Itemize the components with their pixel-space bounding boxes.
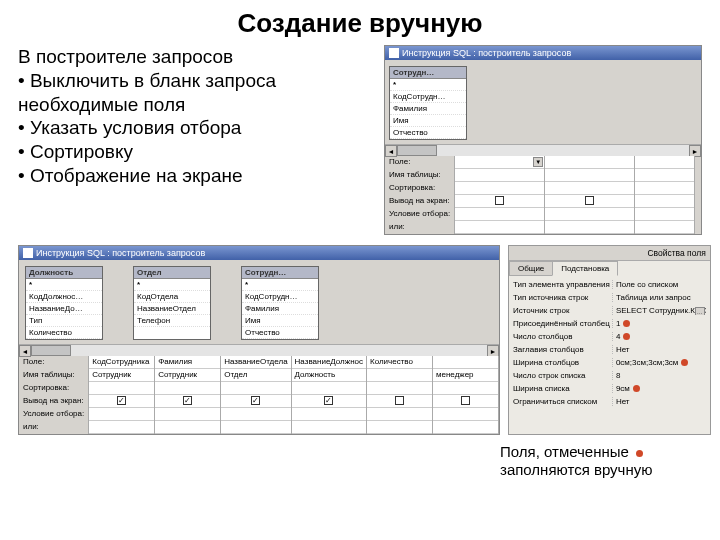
grid-col[interactable]: ▼ [455, 156, 545, 234]
property-row[interactable]: Тип источника строкТаблица или запрос [509, 291, 710, 304]
field[interactable]: НазваниеДо… [26, 303, 102, 315]
field-star[interactable]: * [390, 79, 466, 91]
checkbox[interactable]: ✓ [117, 396, 126, 405]
panel-title: Свойства поля [509, 246, 710, 261]
field[interactable]: Телефон [134, 315, 210, 327]
table-header: Отдел [134, 267, 210, 279]
property-value[interactable]: 4 [612, 332, 706, 341]
property-value[interactable]: 0см;3см;3см;3см [612, 358, 706, 367]
checkbox[interactable] [461, 396, 470, 405]
checkbox[interactable] [585, 196, 594, 205]
titlebar: Инструкция SQL : построитель запросов [19, 246, 499, 260]
property-row[interactable]: Ширина столбцов0см;3см;3см;3см [509, 356, 710, 369]
window-title: Инструкция SQL : построитель запросов [402, 48, 571, 58]
properties-panel: Свойства поля Общие Подстановка Тип элем… [508, 245, 711, 435]
property-name: Тип элемента управления [513, 280, 612, 289]
marker-dot-icon [681, 359, 688, 366]
checkbox[interactable]: ✓ [324, 396, 333, 405]
ellipsis-icon[interactable]: … [695, 307, 705, 315]
property-name: Заглавия столбцов [513, 345, 612, 354]
row-labels: Поле: Имя таблицы: Сортировка: Вывод на … [385, 156, 455, 234]
field[interactable]: КодДолжнос… [26, 291, 102, 303]
field[interactable]: Имя [242, 315, 318, 327]
grid-col[interactable] [635, 156, 695, 234]
h-scrollbar[interactable]: ◄ ► [19, 344, 499, 356]
property-name: Ширина столбцов [513, 358, 612, 367]
field[interactable]: КодСотрудн… [390, 91, 466, 103]
grid-col[interactable]: менеджер [433, 356, 499, 434]
property-value[interactable]: Нет [612, 345, 706, 354]
grid-col[interactable]: НазваниеОтделаОтдел✓ [221, 356, 291, 434]
checkbox[interactable] [495, 196, 504, 205]
property-name: Присоединённый столбец [513, 319, 612, 328]
field[interactable]: * [242, 279, 318, 291]
footer-note: Поля, отмеченные заполняются вручную [500, 435, 720, 479]
property-row[interactable]: Число столбцов4 [509, 330, 710, 343]
table-header: Сотрудн… [242, 267, 318, 279]
property-value[interactable]: Нет [612, 397, 706, 406]
property-row[interactable]: Источник строкSELECT Сотрудник.КодСотруд… [509, 304, 710, 317]
property-row[interactable]: Ограничиться спискомНет [509, 395, 710, 408]
property-value[interactable]: SELECT Сотрудник.КодСотруд…… [612, 306, 706, 315]
marker-dot-icon [623, 320, 630, 327]
field[interactable]: Фамилия [242, 303, 318, 315]
table-box[interactable]: Сотрудн… * КодСотрудн… Фамилия Имя Отчес… [389, 66, 467, 140]
scroll-thumb[interactable] [397, 145, 437, 156]
property-row[interactable]: Заглавия столбцовНет [509, 343, 710, 356]
intro-line: В построителе запросов [18, 45, 378, 69]
grid-col[interactable] [545, 156, 635, 234]
tab-lookup[interactable]: Подстановка [552, 261, 618, 276]
titlebar: Инструкция SQL : построитель запросов [385, 46, 701, 60]
marker-dot-icon [623, 333, 630, 340]
field[interactable]: КодОтдела [134, 291, 210, 303]
bullet-3: • Отображение на экране [18, 164, 378, 188]
table-header: Сотрудн… [390, 67, 466, 79]
app-icon [23, 248, 33, 258]
property-name: Ограничиться списком [513, 397, 612, 406]
property-name: Тип источника строк [513, 293, 612, 302]
scroll-thumb[interactable] [31, 345, 71, 356]
bullet-2: • Сортировку [18, 140, 378, 164]
field[interactable]: НазваниеОтдел [134, 303, 210, 315]
page-title: Создание вручную [0, 0, 720, 45]
property-row[interactable]: Число строк списка8 [509, 369, 710, 382]
table-box[interactable]: Отдел * КодОтдела НазваниеОтдел Телефон [133, 266, 211, 340]
table-box[interactable]: Сотрудн… * КодСотрудн… Фамилия Имя Отчес… [241, 266, 319, 340]
tab-general[interactable]: Общие [509, 261, 553, 276]
intro-text: В построителе запросов • Выключить в бла… [18, 45, 378, 235]
checkbox[interactable]: ✓ [251, 396, 260, 405]
property-value[interactable]: 1 [612, 319, 706, 328]
field[interactable]: КодСотрудн… [242, 291, 318, 303]
grid-col[interactable]: КодСотрудникаСотрудник✓ [89, 356, 155, 434]
field[interactable]: Отчество [390, 127, 466, 139]
field[interactable]: * [26, 279, 102, 291]
checkbox[interactable]: ✓ [183, 396, 192, 405]
bullet-0: • Выключить в бланк запроса необходимые … [18, 69, 378, 117]
property-row[interactable]: Тип элемента управленияПоле со списком [509, 278, 710, 291]
property-row[interactable]: Присоединённый столбец1 [509, 317, 710, 330]
chevron-down-icon[interactable]: ▼ [533, 157, 543, 167]
property-name: Источник строк [513, 306, 612, 315]
field[interactable]: Количество [26, 327, 102, 339]
grid-col[interactable]: Количество [367, 356, 433, 434]
property-row[interactable]: Ширина списка9см [509, 382, 710, 395]
field[interactable]: Тип [26, 315, 102, 327]
table-box[interactable]: Должность * КодДолжнос… НазваниеДо… Тип … [25, 266, 103, 340]
property-value[interactable]: 9см [612, 384, 706, 393]
property-value[interactable]: Таблица или запрос [612, 293, 706, 302]
marker-dot-icon [636, 450, 643, 457]
property-value[interactable]: 8 [612, 371, 706, 380]
property-name: Ширина списка [513, 384, 612, 393]
field[interactable]: Отчество [242, 327, 318, 339]
h-scrollbar[interactable]: ◄ ► [385, 144, 701, 156]
row-labels: Поле: Имя таблицы: Сортировка: Вывод на … [19, 356, 89, 434]
checkbox[interactable] [395, 396, 404, 405]
grid-col[interactable]: НазваниеДолжносДолжность✓ [292, 356, 367, 434]
field[interactable]: Фамилия [390, 103, 466, 115]
field[interactable]: * [134, 279, 210, 291]
property-value[interactable]: Поле со списком [612, 280, 706, 289]
property-name: Число столбцов [513, 332, 612, 341]
grid-col[interactable]: ФамилияСотрудник✓ [155, 356, 221, 434]
field[interactable]: Имя [390, 115, 466, 127]
property-name: Число строк списка [513, 371, 612, 380]
